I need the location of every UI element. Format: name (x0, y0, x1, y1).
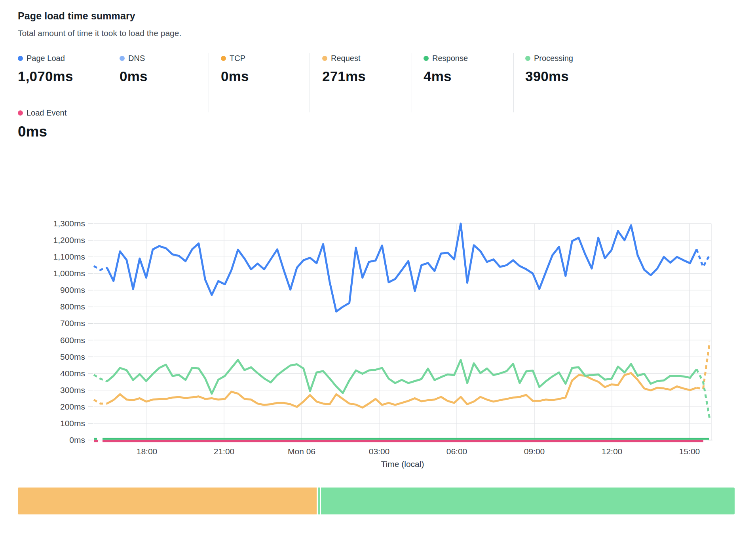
x-axis-label: Mon 06 (288, 447, 315, 456)
metric-value: 271ms (322, 68, 411, 84)
y-axis-label: 700ms (60, 319, 85, 328)
metric-dns[interactable]: DNS 0ms (120, 53, 209, 84)
metric-label: Page Load (27, 54, 65, 63)
metric-divider (310, 53, 310, 112)
response-legend-dot (424, 56, 429, 61)
series-processing (107, 360, 697, 394)
segment-green-sliver[interactable] (318, 488, 320, 514)
series-processing-dash-head (94, 375, 107, 381)
y-axis-label: 500ms (60, 352, 85, 361)
segment-orange[interactable] (18, 488, 317, 514)
metric-tcp[interactable]: TCP 0ms (221, 53, 310, 84)
series-page-load-dash-head (94, 266, 107, 270)
y-axis-label: 1,300ms (53, 219, 85, 228)
y-axis-label: 1,200ms (53, 235, 85, 245)
y-axis-label: 100ms (60, 419, 85, 428)
load-event-legend-dot (18, 110, 23, 116)
metric-value: 0ms (18, 123, 66, 140)
metric-value: 1,070ms (18, 68, 107, 84)
metric-divider (107, 53, 107, 112)
metric-page-load[interactable]: Page Load 1,070ms (18, 53, 107, 84)
y-axis-label: 0ms (69, 435, 85, 444)
tcp-legend-dot (221, 56, 226, 61)
series-processing-dash-tail (697, 369, 710, 419)
metric-value: 0ms (221, 68, 310, 84)
metric-label: TCP (230, 54, 245, 63)
series-page-load-dash-tail (697, 249, 710, 267)
x-axis-label: 15:00 (679, 447, 700, 456)
page-load-legend-dot (18, 56, 23, 61)
metric-request[interactable]: Request 271ms (322, 53, 411, 84)
metric-divider (412, 53, 412, 112)
y-axis-label: 1,000ms (53, 269, 85, 278)
segment-green[interactable] (321, 488, 735, 514)
y-axis-label: 600ms (60, 336, 85, 345)
metric-value: 0ms (120, 68, 209, 84)
y-axis-label: 200ms (60, 402, 85, 411)
metric-label: Processing (534, 54, 573, 63)
x-axis-label: 18:00 (137, 447, 158, 456)
processing-legend-dot (525, 56, 530, 61)
page-load-time-chart[interactable]: 0ms100ms200ms300ms400ms500ms600ms700ms80… (0, 170, 756, 475)
request-legend-dot (322, 56, 327, 61)
metric-value: 4ms (424, 68, 513, 84)
y-axis-label: 300ms (60, 385, 85, 395)
metric-processing[interactable]: Processing 390ms (525, 53, 614, 84)
y-axis-label: 400ms (60, 369, 85, 378)
metric-response[interactable]: Response 4ms (424, 53, 513, 84)
metric-load-event[interactable]: Load Event 0ms (18, 108, 66, 140)
page-title: Page load time summary (18, 10, 135, 22)
series-page-load (107, 224, 697, 311)
metric-label: Load Event (27, 108, 66, 118)
metric-divider (513, 53, 514, 112)
x-axis-title: Time (local) (381, 459, 424, 469)
x-axis-label: 12:00 (602, 447, 623, 456)
metric-label: DNS (128, 54, 145, 63)
metric-value: 390ms (525, 68, 614, 84)
chart-svg[interactable]: 0ms100ms200ms300ms400ms500ms600ms700ms80… (0, 170, 756, 475)
y-axis-label: 800ms (60, 302, 85, 311)
metric-divider (209, 53, 209, 112)
x-axis-label: 21:00 (214, 447, 235, 456)
metric-label: Request (331, 54, 361, 63)
y-axis-label: 900ms (60, 285, 85, 294)
dns-legend-dot (120, 56, 125, 61)
x-axis-label: 06:00 (446, 447, 467, 456)
x-axis-label: 03:00 (369, 447, 390, 456)
series-request-dash-head (94, 400, 107, 404)
metric-label: Response (432, 54, 468, 63)
y-axis-label: 1,100ms (53, 252, 85, 261)
x-axis-label: 09:00 (524, 447, 545, 456)
page-subtitle: Total amount of time it took to load the… (18, 28, 181, 38)
